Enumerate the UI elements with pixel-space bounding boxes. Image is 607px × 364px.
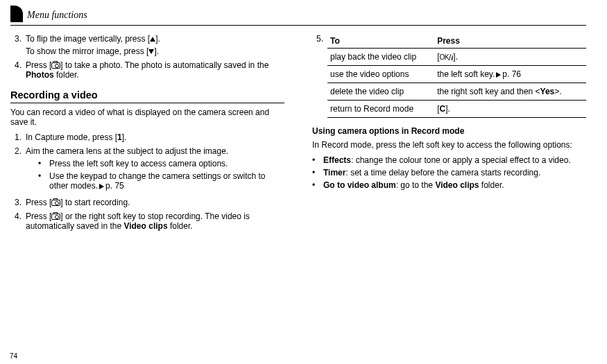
page-ref: p. 76	[502, 69, 521, 79]
camera-icon	[51, 200, 60, 206]
bullet-1: • Press the left soft key to access came…	[38, 159, 284, 168]
cell-press: the right soft key and then <Yes>.	[434, 83, 586, 101]
record-step-3: 3. Press [] to start recording.	[10, 198, 284, 207]
text: In Capture mode, press [	[26, 132, 117, 142]
intro-para: You can record a video of what is displa…	[10, 107, 284, 127]
option-name: Go to video album	[323, 180, 396, 190]
option-text: Timer: set a time delay before the camer…	[323, 168, 540, 177]
option-text: Go to video album: go to the Video clips…	[323, 180, 504, 190]
folder-name: Photos	[26, 70, 54, 80]
section-title: Menu functions	[27, 10, 87, 21]
step-5: 5. To Press play back the video clip [OK…	[312, 34, 586, 118]
step-number: 1.	[10, 132, 26, 142]
text: Press [	[26, 60, 51, 70]
bullet-icon: •	[312, 180, 323, 190]
step-3: 3. To flip the image vertically, press […	[10, 34, 284, 56]
bullet-2: • Use the keypad to change the camera se…	[38, 171, 284, 191]
cell-press: the left soft key.p. 76	[434, 66, 586, 83]
bullet-text: Use the keypad to change the camera sett…	[49, 171, 284, 191]
table-row: return to Record mode [C].	[327, 101, 586, 118]
folder-name: Video clips	[435, 180, 479, 190]
text: the right soft key and then <	[437, 87, 540, 96]
text: folder.	[168, 221, 193, 231]
camera-icon	[51, 62, 60, 69]
text: To flip the image vertically, press [	[26, 34, 150, 44]
text: >.	[554, 87, 561, 96]
text: Aim the camera lens at the subject to ad…	[26, 146, 228, 156]
text: folder.	[54, 70, 79, 80]
text: To show the mirror image, press [	[26, 46, 148, 56]
step-body: Press [] to start recording.	[26, 198, 284, 207]
text: folder.	[479, 180, 504, 190]
option-name: Timer	[323, 168, 345, 177]
text: Press [	[26, 198, 51, 207]
bullet-icon: •	[38, 171, 49, 191]
cell-to: delete the video clip	[327, 83, 434, 101]
options-table: To Press play back the video clip [OK/i]…	[327, 34, 586, 118]
up-icon	[150, 37, 155, 42]
header-tab-decor	[10, 6, 23, 22]
step-number: 2.	[10, 146, 26, 193]
option-timer: • Timer: set a time delay before the cam…	[312, 168, 586, 177]
right-column: 5. To Press play back the video clip [OK…	[312, 34, 586, 235]
table-row: use the video options the left soft key.…	[327, 66, 586, 83]
text: ].	[445, 104, 450, 114]
option-go-to-album: • Go to video album: go to the Video cli…	[312, 180, 586, 190]
bullet-icon: •	[312, 155, 323, 165]
step-number: 3.	[10, 34, 26, 56]
step-number: 5.	[312, 34, 327, 118]
cell-to: play back the video clip	[327, 49, 434, 66]
page-header: Menu functions	[10, 7, 586, 26]
cell-to: return to Record mode	[327, 101, 434, 118]
text: ].	[453, 52, 458, 62]
table-row: play back the video clip [OK/i].	[327, 49, 586, 66]
record-step-1: 1. In Capture mode, press [1].	[10, 132, 284, 142]
arrow-right-icon	[496, 72, 501, 78]
text: ].	[122, 132, 127, 142]
col-press: Press	[434, 34, 586, 49]
option-name: Effects	[323, 155, 351, 165]
step-4: 4. Press [] to take a photo. The photo i…	[10, 60, 284, 80]
slash-icon: /	[449, 53, 451, 62]
page-number: 74	[10, 352, 17, 360]
text: the left soft key.	[437, 69, 495, 79]
text: Press [	[26, 211, 51, 221]
table-header-row: To Press	[327, 34, 586, 49]
key-label: C	[440, 104, 446, 114]
step-number: 4.	[10, 60, 26, 80]
step-body: Aim the camera lens at the subject to ad…	[26, 146, 284, 193]
text: ] to start recording.	[60, 198, 130, 207]
text: Use the keypad to change the camera sett…	[49, 171, 266, 191]
table-row: delete the video clip the right soft key…	[327, 83, 586, 101]
record-step-4: 4. Press [] or the right soft key to sto…	[10, 211, 284, 231]
text: ].	[155, 34, 160, 44]
heading-recording-video: Recording a video	[10, 89, 284, 103]
cell-press: [C].	[434, 101, 586, 118]
step-body: To Press play back the video clip [OK/i]…	[327, 34, 586, 118]
arrow-right-icon	[99, 184, 104, 189]
camera-icon	[51, 214, 60, 220]
left-column: 3. To flip the image vertically, press […	[10, 34, 284, 235]
cell-press: [OK/i].	[434, 49, 586, 66]
option-text: Effects: change the colour tone or apply…	[323, 155, 571, 165]
step-body: To flip the image vertically, press []. …	[26, 34, 284, 56]
step-number: 3.	[10, 198, 26, 207]
cell-to: use the video options	[327, 66, 434, 83]
option-effects: • Effects: change the colour tone or app…	[312, 155, 586, 165]
step-number: 4.	[10, 211, 26, 231]
key-label: 1	[117, 132, 122, 142]
step-body: Press [] or the right soft key to stop r…	[26, 211, 284, 231]
text: : change the colour tone or apply a spec…	[351, 155, 571, 165]
text: ] to take a photo. The photo is automati…	[60, 60, 268, 70]
step-body: Press [] to take a photo. The photo is a…	[26, 60, 284, 80]
heading-camera-options: Using camera options in Record mode	[312, 126, 586, 136]
ok-icon: OK	[440, 53, 449, 61]
page-ref: p. 75	[105, 181, 124, 191]
text: : set a time delay before the camera sta…	[345, 168, 540, 177]
bullet-text: Press the left soft key to access camera…	[49, 159, 228, 168]
text: ].	[154, 46, 159, 56]
intro-para: In Record mode, press the left soft key …	[312, 140, 586, 150]
record-step-2: 2. Aim the camera lens at the subject to…	[10, 146, 284, 193]
text: : go to the	[396, 180, 436, 190]
bullet-icon: •	[38, 159, 49, 168]
